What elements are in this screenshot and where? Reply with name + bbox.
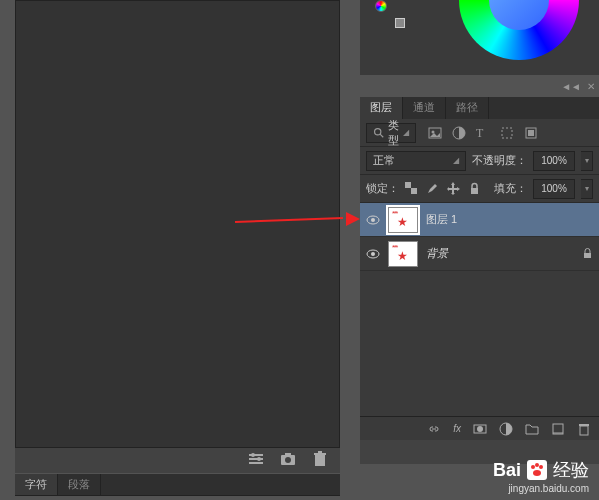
svg-point-33 bbox=[531, 465, 535, 469]
svg-rect-9 bbox=[314, 453, 326, 455]
filter-image-icon[interactable] bbox=[428, 126, 442, 140]
svg-point-28 bbox=[477, 426, 483, 432]
canvas-bottom-toolbar bbox=[15, 448, 340, 473]
svg-point-34 bbox=[535, 463, 539, 467]
svg-rect-8 bbox=[315, 455, 325, 466]
opacity-input[interactable]: 100% bbox=[533, 151, 575, 171]
tab-paths[interactable]: 路径 bbox=[446, 97, 489, 119]
watermark-url: jingyan.baidu.com bbox=[493, 483, 589, 494]
opacity-label: 不透明度： bbox=[472, 153, 527, 168]
camera-icon[interactable] bbox=[280, 451, 296, 471]
layer-row[interactable]: ***★ 图层 1 bbox=[360, 203, 599, 237]
blend-mode-value: 正常 bbox=[373, 153, 395, 168]
svg-rect-26 bbox=[584, 253, 591, 258]
chevron-down-icon: ◢ bbox=[403, 128, 409, 137]
svg-point-36 bbox=[533, 470, 541, 476]
layers-panel: 图层 通道 路径 类型 ◢ T 正常 ◢ 不透明度： 100% ▾ 锁定： bbox=[360, 97, 599, 440]
svg-rect-18 bbox=[528, 130, 534, 136]
tab-channels[interactable]: 通道 bbox=[403, 97, 446, 119]
filter-kind-label: 类型 bbox=[388, 118, 399, 148]
adjust-icon[interactable] bbox=[248, 451, 264, 471]
canvas-area[interactable] bbox=[15, 0, 340, 448]
lock-label: 锁定： bbox=[366, 181, 399, 196]
collapse-icon[interactable]: ◄◄ bbox=[561, 81, 581, 92]
close-icon[interactable]: ✕ bbox=[587, 81, 595, 92]
lock-move-icon[interactable] bbox=[447, 182, 460, 195]
filter-text-icon[interactable]: T bbox=[476, 126, 490, 140]
layers-bottom-toolbar: fx bbox=[360, 416, 599, 440]
svg-point-3 bbox=[251, 453, 255, 457]
trash-icon[interactable] bbox=[312, 451, 328, 471]
lock-brush-icon[interactable] bbox=[426, 182, 439, 195]
lock-icon bbox=[582, 245, 593, 263]
character-tabs: 字符 段落 bbox=[15, 474, 340, 496]
tab-paragraph[interactable]: 段落 bbox=[58, 474, 101, 495]
filter-kind-select[interactable]: 类型 ◢ bbox=[366, 123, 416, 143]
tab-layers[interactable]: 图层 bbox=[360, 97, 403, 119]
filter-smart-icon[interactable] bbox=[524, 126, 538, 140]
svg-point-25 bbox=[371, 252, 375, 256]
new-layer-icon[interactable] bbox=[551, 422, 565, 436]
group-icon[interactable] bbox=[525, 422, 539, 436]
svg-point-35 bbox=[539, 465, 543, 469]
svg-point-11 bbox=[375, 129, 381, 135]
layer-row[interactable]: ***★ 背景 bbox=[360, 237, 599, 271]
svg-rect-10 bbox=[318, 451, 322, 453]
watermark: Bai 经验 jingyan.baidu.com bbox=[493, 458, 589, 494]
paw-icon bbox=[527, 460, 547, 480]
layer-thumbnail[interactable]: ***★ bbox=[388, 241, 418, 267]
svg-rect-21 bbox=[471, 188, 478, 194]
lock-transparency-icon[interactable] bbox=[405, 182, 418, 195]
fill-input[interactable]: 100% bbox=[533, 179, 575, 199]
svg-rect-2 bbox=[249, 462, 263, 464]
canvas-inner bbox=[19, 1, 336, 447]
svg-rect-7 bbox=[285, 453, 291, 456]
svg-rect-16 bbox=[502, 128, 512, 138]
visibility-toggle[interactable] bbox=[366, 247, 380, 261]
color-swatch-icon[interactable] bbox=[395, 18, 405, 28]
watermark-brand-text: Bai bbox=[493, 460, 521, 481]
adjustment-icon[interactable] bbox=[499, 422, 513, 436]
blend-mode-select[interactable]: 正常 ◢ bbox=[366, 151, 466, 171]
svg-rect-32 bbox=[579, 424, 589, 426]
layer-name[interactable]: 图层 1 bbox=[426, 212, 457, 227]
svg-rect-31 bbox=[580, 426, 588, 435]
visibility-toggle[interactable] bbox=[366, 213, 380, 227]
layer-filter-row: 类型 ◢ T bbox=[360, 119, 599, 147]
fx-icon[interactable]: fx bbox=[453, 423, 461, 434]
lock-row: 锁定： 填充： 100% ▾ bbox=[360, 175, 599, 203]
fill-label: 填充： bbox=[494, 181, 527, 196]
panel-collapse-bar: ◄◄ ✕ bbox=[360, 75, 599, 97]
layer-list: ***★ 图层 1 ***★ 背景 bbox=[360, 203, 599, 416]
trash-icon[interactable] bbox=[577, 422, 591, 436]
opacity-dropdown-icon[interactable]: ▾ bbox=[581, 151, 593, 171]
svg-point-6 bbox=[285, 457, 291, 463]
layer-thumbnail[interactable]: ***★ bbox=[388, 207, 418, 233]
tab-character[interactable]: 字符 bbox=[15, 474, 58, 495]
search-icon bbox=[373, 127, 384, 138]
lock-all-icon[interactable] bbox=[468, 182, 481, 195]
svg-line-12 bbox=[380, 134, 383, 137]
character-panel: 字符 段落 bbox=[15, 474, 340, 496]
watermark-brand-text2: 经验 bbox=[553, 458, 589, 482]
hue-ring-icon[interactable] bbox=[375, 0, 387, 12]
filter-shape-icon[interactable] bbox=[500, 126, 514, 140]
mask-icon[interactable] bbox=[473, 422, 487, 436]
filter-adjust-icon[interactable] bbox=[452, 126, 466, 140]
blend-row: 正常 ◢ 不透明度： 100% ▾ bbox=[360, 147, 599, 175]
svg-rect-19 bbox=[405, 182, 411, 188]
filter-type-icons: T bbox=[428, 126, 538, 140]
fill-dropdown-icon[interactable]: ▾ bbox=[581, 179, 593, 199]
lock-icons bbox=[405, 182, 481, 195]
link-icon[interactable] bbox=[427, 422, 441, 436]
layers-panel-tabs: 图层 通道 路径 bbox=[360, 97, 599, 119]
svg-rect-20 bbox=[411, 188, 417, 194]
svg-point-23 bbox=[371, 218, 375, 222]
color-wheel-panel bbox=[360, 0, 599, 75]
layer-name[interactable]: 背景 bbox=[426, 246, 448, 261]
svg-point-4 bbox=[257, 457, 261, 461]
chevron-down-icon: ◢ bbox=[453, 156, 459, 165]
